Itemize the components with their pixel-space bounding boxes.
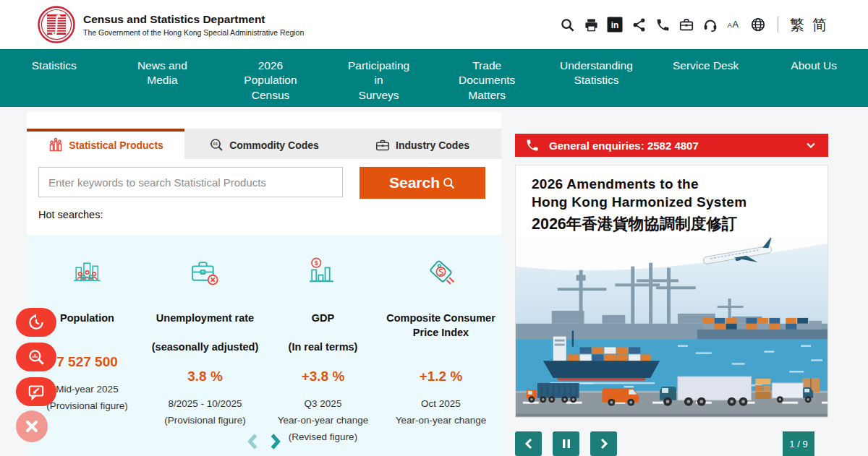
- lang-simplified-chinese[interactable]: 简: [812, 15, 827, 35]
- feedback-fab-button[interactable]: [16, 377, 56, 406]
- stat-value: +1.2 %: [385, 369, 497, 384]
- stat-card-unemployment[interactable]: Unemployment rate (seasonally adjusted) …: [146, 254, 264, 456]
- search-panel: Statistical Products 01 Commodity Codes: [27, 112, 501, 456]
- header-utility-icons: in AA 繁 简: [559, 15, 827, 35]
- history-icon: [27, 313, 46, 332]
- keyword-search-input[interactable]: [38, 167, 343, 197]
- search-row: Search: [27, 159, 501, 199]
- gdp-icon: $: [267, 254, 379, 290]
- site-subtitle: The Government of the Hong Kong Special …: [83, 28, 304, 37]
- banner-titles: 2026 Amendments to the Hong Kong Harmoni…: [516, 165, 827, 238]
- stats-prev-icon[interactable]: [245, 432, 261, 451]
- svg-text:A: A: [732, 20, 739, 30]
- close-fab-button[interactable]: [16, 410, 48, 442]
- nav-item-participating-in-surveys[interactable]: Participating in Surveys: [325, 49, 433, 107]
- pause-icon: [561, 438, 571, 449]
- product-tabs: Statistical Products 01 Commodity Codes: [27, 129, 501, 159]
- censtatd-logo: ∫: [38, 6, 75, 43]
- main-nav: Statistics News and Media 2026 Populatio…: [0, 49, 868, 107]
- search-icon[interactable]: [559, 17, 575, 33]
- nav-item-trade-documents-matters[interactable]: Trade Documents Matters: [433, 49, 541, 107]
- nav-item-service-desk[interactable]: Service Desk: [652, 49, 760, 107]
- chevron-down-icon: [805, 139, 817, 151]
- right-column: General enquiries: 2582 4807 2026 Amendm…: [515, 112, 828, 456]
- stat-title: Composite Consumer Price Index: [385, 296, 497, 369]
- divider: [778, 17, 778, 33]
- carousel-next-button[interactable]: [590, 431, 617, 456]
- headset-icon[interactable]: [702, 17, 718, 33]
- banner-title-en-line1: 2026 Amendments to the: [532, 175, 820, 193]
- stat-title: Unemployment rate (seasonally adjusted): [149, 296, 261, 369]
- brand-text: Census and Statistics Department The Gov…: [83, 13, 304, 37]
- phone-icon: [525, 138, 540, 152]
- search-button[interactable]: Search: [359, 167, 485, 199]
- hot-searches-label: Hot searches:: [27, 199, 501, 235]
- stat-value: 3.8 %: [149, 369, 261, 384]
- statistical-products-icon: [48, 137, 64, 153]
- search-button-label: Search: [389, 174, 440, 192]
- cpi-icon: [385, 254, 497, 290]
- banner-title-en-line2: Hong Kong Harmonized System: [532, 193, 820, 211]
- share-icon[interactable]: [631, 17, 647, 33]
- svg-text:in: in: [611, 20, 619, 30]
- globe-icon[interactable]: [750, 17, 766, 33]
- close-icon: [24, 418, 40, 434]
- search-button-icon: [442, 176, 456, 190]
- toolbox-icon[interactable]: [678, 17, 694, 33]
- stat-notes: 8/2025 - 10/2025 (Provisional figure): [149, 396, 261, 429]
- tab-label: Industry Codes: [396, 139, 469, 151]
- panel-top-padding: [27, 112, 501, 129]
- feedback-icon: [27, 382, 46, 401]
- stats-carousel-nav: [245, 432, 284, 451]
- search-stats-fab-button[interactable]: [16, 343, 56, 371]
- stat-card-gdp[interactable]: $ GDP (In real terms) +3.8 % Q3 2025 Yea…: [264, 254, 382, 456]
- site-header: ∫ Census and Statistics Department The G…: [0, 0, 868, 49]
- print-icon[interactable]: [583, 17, 599, 33]
- history-fab-button[interactable]: [16, 308, 56, 337]
- port-illustration: [516, 238, 827, 417]
- banner-title-zh: 2026年香港貨物協調制度修訂: [532, 213, 820, 234]
- tab-label: Commodity Codes: [229, 139, 319, 151]
- carousel-counter: 1 / 9: [783, 431, 814, 456]
- nav-item-news-and-media[interactable]: News and Media: [109, 49, 217, 107]
- nav-item-statistics[interactable]: Statistics: [0, 49, 109, 107]
- linkedin-icon[interactable]: in: [607, 17, 623, 33]
- stats-next-icon[interactable]: [268, 432, 284, 451]
- commodity-codes-icon: 01: [208, 137, 224, 153]
- tab-industry-codes[interactable]: Industry Codes: [343, 129, 501, 159]
- main-content: Statistical Products 01 Commodity Codes: [0, 107, 868, 456]
- unemployment-icon: [149, 254, 261, 290]
- chevron-right-icon: [598, 437, 610, 450]
- nav-item-about-us[interactable]: About Us: [760, 49, 868, 107]
- tab-label: Statistical Products: [69, 139, 163, 151]
- population-icon: [31, 254, 143, 290]
- key-statistics-strip: Population 7 527 500 Mid-year 2025 (Prov…: [27, 235, 501, 456]
- svg-text:01: 01: [213, 142, 218, 146]
- lang-traditional-chinese[interactable]: 繁: [790, 15, 804, 35]
- stat-notes: Q3 2025 Year-on-year change (Revised fig…: [267, 396, 379, 446]
- search-stats-icon: [27, 348, 46, 366]
- industry-codes-icon: [375, 137, 391, 153]
- general-enquiries-bar[interactable]: General enquiries: 2582 4807: [515, 134, 828, 157]
- svg-text:$: $: [315, 259, 318, 267]
- general-enquiries-label: General enquiries: 2582 4807: [549, 139, 699, 152]
- tab-commodity-codes[interactable]: 01 Commodity Codes: [184, 129, 343, 159]
- chevron-left-icon: [523, 437, 535, 450]
- promo-banner[interactable]: 2026 Amendments to the Hong Kong Harmoni…: [515, 165, 828, 418]
- carousel-prev-button[interactable]: [515, 431, 542, 456]
- font-size-icon[interactable]: AA: [726, 17, 742, 33]
- svg-text:∫: ∫: [51, 11, 62, 36]
- stat-card-cpi[interactable]: Composite Consumer Price Index +1.2 % Oc…: [382, 254, 500, 456]
- stat-value: +3.8 %: [267, 369, 379, 384]
- phone-icon[interactable]: [655, 17, 671, 33]
- stat-notes: Oct 2025 Year-on-year change: [385, 396, 497, 429]
- stat-title: GDP (In real terms): [267, 296, 379, 369]
- tab-statistical-products[interactable]: Statistical Products: [27, 129, 184, 159]
- carousel-pause-button[interactable]: [553, 431, 579, 456]
- site-title: Census and Statistics Department: [83, 13, 304, 26]
- nav-item-2026-population-census[interactable]: 2026 Population Census: [216, 49, 325, 107]
- banner-carousel-controls: 1 / 9: [515, 431, 828, 456]
- nav-item-understanding-statistics[interactable]: Understanding Statistics: [541, 49, 652, 107]
